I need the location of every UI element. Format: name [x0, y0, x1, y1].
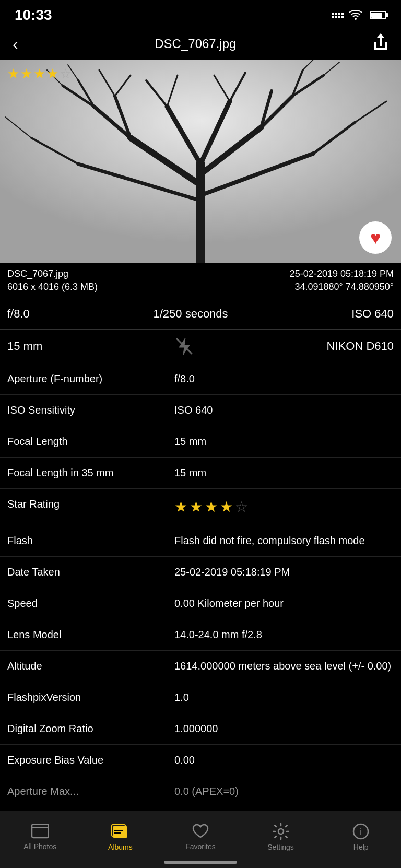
detail-label: Speed [7, 597, 174, 609]
all-photos-icon [31, 824, 49, 839]
photo-filename: DSC_7067.jpg [7, 268, 68, 279]
detail-label: Focal Length [7, 436, 174, 448]
tab-all-photos[interactable]: All Photos [9, 824, 72, 851]
detail-label: Flash [7, 535, 174, 547]
heart-icon: ♥ [370, 228, 381, 248]
photo-background [0, 60, 401, 263]
tab-settings[interactable]: Settings [250, 823, 312, 851]
table-row: Aperture (F-number) f/8.0 [0, 363, 401, 395]
favorite-button[interactable]: ♥ [359, 221, 392, 254]
tab-albums[interactable]: Albums [89, 823, 151, 851]
table-row: Digital Zoom Ratio 1.000000 [0, 713, 401, 745]
tab-label-help: Help [353, 843, 369, 851]
quick-exif-row: f/8.0 1/250 seconds ISO 640 [0, 299, 401, 330]
photo-coordinates: 34.091880° 74.880950° [294, 281, 394, 292]
detail-value: 25-02-2019 05:18:19 PM [174, 566, 394, 578]
tab-label-all-photos: All Photos [23, 842, 56, 851]
flash-indicator [175, 337, 194, 356]
detail-label: Focal Length in 35 mm [7, 467, 174, 479]
tab-bar: All Photos Albums Favorites Settings i H… [0, 811, 401, 868]
tab-favorites[interactable]: Favorites [169, 824, 232, 851]
detail-value: 0.00 [174, 754, 394, 766]
detail-value: 0.0 (APEX=0) [174, 785, 394, 797]
table-row: Lens Model 14.0-24.0 mm f/2.8 [0, 619, 401, 651]
detail-value: 0.00 Kilometer per hour [174, 597, 394, 609]
iso-value: ISO 640 [351, 307, 394, 321]
detail-value: 1614.000000 meters above sea level (+/- … [174, 660, 394, 672]
detail-table: Aperture (F-number) f/8.0 ISO Sensitivit… [0, 363, 401, 807]
focal-length-value: 15 mm [7, 339, 42, 353]
flash-off-icon [175, 337, 194, 356]
detail-value: 1.000000 [174, 723, 394, 735]
star-1[interactable]: ★ [174, 498, 187, 515]
detail-label: Altitude [7, 660, 174, 672]
page-title: DSC_7067.jpg [155, 37, 236, 51]
detail-label: Date Taken [7, 566, 174, 578]
star-rating-value: ★ ★ ★ ★ ☆ [174, 498, 394, 515]
detail-value: Flash did not fire, compulsory flash mod… [174, 535, 394, 547]
table-row: Flash Flash did not fire, compulsory fla… [0, 525, 401, 557]
detail-value: 14.0-24.0 mm f/2.8 [174, 629, 394, 641]
table-row: Date Taken 25-02-2019 05:18:19 PM [0, 557, 401, 588]
albums-icon [111, 823, 129, 840]
status-time: 10:33 [15, 7, 52, 24]
back-button[interactable]: ‹ [13, 34, 18, 54]
lens-flash-row: 15 mm NIKON D610 [0, 330, 401, 363]
table-row: Exposure Bias Value 0.00 [0, 745, 401, 776]
detail-label: Star Rating [7, 498, 174, 510]
photo-star-overlay: ★★★★☆ [7, 66, 73, 82]
photo-dimensions: 6016 x 4016 (6.3 MB) [7, 281, 98, 292]
table-row: Focal Length 15 mm [0, 426, 401, 458]
star-2[interactable]: ★ [190, 498, 203, 515]
camera-model-value: NIKON D610 [327, 339, 394, 353]
help-icon: i [352, 823, 369, 840]
detail-label: Exposure Bias Value [7, 754, 174, 766]
share-button[interactable] [373, 33, 388, 55]
star-5[interactable]: ☆ [235, 498, 248, 515]
table-row: ISO Sensitivity ISO 640 [0, 395, 401, 426]
detail-label: ISO Sensitivity [7, 404, 174, 416]
tab-label-settings: Settings [267, 843, 294, 851]
detail-label: FlashpixVersion [7, 691, 174, 703]
svg-rect-33 [32, 824, 49, 838]
wifi-icon [349, 10, 362, 20]
detail-label: Aperture Max... [7, 785, 174, 797]
svg-point-39 [278, 829, 284, 834]
detail-value: 15 mm [174, 436, 394, 448]
svg-text:i: i [360, 827, 362, 836]
table-row-partial: Aperture Max... 0.0 (APEX=0) [0, 776, 401, 807]
table-row: Altitude 1614.000000 meters above sea le… [0, 651, 401, 682]
status-icons [332, 10, 386, 20]
detail-value: 1.0 [174, 691, 394, 703]
status-bar: 10:33 [0, 0, 401, 28]
tab-help[interactable]: i Help [329, 823, 392, 851]
photo-area: ★★★★☆ ♥ [0, 60, 401, 263]
tab-label-favorites: Favorites [185, 842, 216, 851]
home-indicator [164, 861, 237, 864]
star-4[interactable]: ★ [220, 498, 233, 515]
favorites-icon [192, 824, 209, 839]
shutter-value: 1/250 seconds [153, 307, 228, 321]
table-row: Focal Length in 35 mm 15 mm [0, 458, 401, 489]
detail-value: f/8.0 [174, 373, 394, 385]
detail-value: ISO 640 [174, 404, 394, 416]
signal-icon [332, 13, 344, 18]
table-row: Speed 0.00 Kilometer per hour [0, 588, 401, 619]
photo-info-strip: DSC_7067.jpg 25-02-2019 05:18:19 PM 6016… [0, 263, 401, 299]
battery-icon [370, 11, 386, 19]
tab-label-albums: Albums [108, 843, 133, 851]
dimensions-coords-row: 6016 x 4016 (6.3 MB) 34.091880° 74.88095… [7, 281, 394, 292]
aperture-value: f/8.0 [7, 307, 30, 321]
tree-image [0, 60, 401, 263]
table-row: FlashpixVersion 1.0 [0, 682, 401, 713]
detail-label: Lens Model [7, 629, 174, 641]
star-3[interactable]: ★ [205, 498, 218, 515]
detail-label: Digital Zoom Ratio [7, 723, 174, 735]
photo-date: 25-02-2019 05:18:19 PM [290, 268, 394, 279]
detail-value: 15 mm [174, 467, 394, 479]
detail-label: Aperture (F-number) [7, 373, 174, 385]
nav-bar: ‹ DSC_7067.jpg [0, 28, 401, 60]
table-row-stars: Star Rating ★ ★ ★ ★ ☆ [0, 489, 401, 525]
filename-date-row: DSC_7067.jpg 25-02-2019 05:18:19 PM [7, 268, 394, 279]
settings-icon [273, 823, 289, 840]
